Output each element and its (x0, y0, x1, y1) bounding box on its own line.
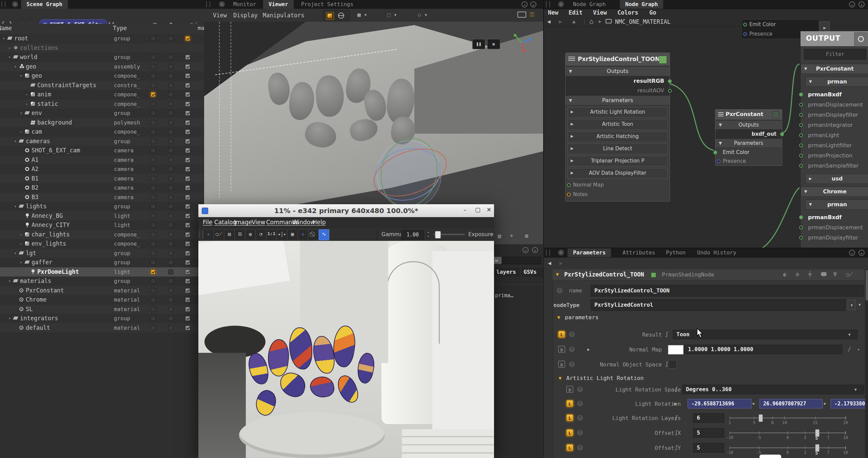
panel-grip[interactable] (546, 250, 550, 256)
port-dot[interactable] (799, 133, 803, 137)
port-dot[interactable] (799, 113, 803, 117)
param-value-field[interactable]: Degrees 0..360 (682, 385, 864, 394)
visibility-checkbox[interactable] (168, 176, 173, 181)
param-value-field[interactable]: 5 (693, 428, 724, 438)
expression-hook-icon[interactable]: ʃ (675, 415, 678, 421)
scrollbar-thumb[interactable] (866, 270, 868, 301)
default-value-badge[interactable]: D (566, 386, 573, 393)
port-dot[interactable] (743, 32, 747, 36)
visibility-checkbox[interactable] (185, 92, 190, 97)
minimize-button[interactable]: – (463, 206, 467, 213)
visibility-checkbox[interactable] (168, 195, 173, 200)
parameters-group-label[interactable]: parameters (565, 314, 598, 321)
one-to-one-icon[interactable]: 1:1 (266, 229, 277, 240)
output-header[interactable]: OUTPUT (801, 31, 868, 46)
globe-cursor-icon[interactable]: ◍ (245, 229, 256, 240)
visibility-checkbox[interactable] (151, 325, 156, 330)
home-icon[interactable]: ⌂ (589, 17, 593, 25)
tree-row[interactable]: ▾envgroup (0, 109, 204, 118)
close-icon[interactable]: ✕ (530, 1, 536, 7)
visibility-checkbox[interactable] (151, 269, 156, 274)
port-normal-map[interactable]: Normal Map (566, 180, 670, 190)
slider-handle[interactable] (758, 414, 763, 422)
port-presence[interactable]: Presence (715, 157, 782, 166)
visibility-checkbox[interactable] (168, 241, 173, 246)
menu-image[interactable]: Image (234, 219, 252, 226)
visibility-checkbox[interactable] (168, 92, 173, 97)
view-flag-badge[interactable] (651, 272, 656, 278)
rendered-image[interactable] (198, 241, 494, 458)
tree-row[interactable]: ▾worldgroup (0, 53, 204, 62)
visibility-checkbox[interactable] (185, 297, 190, 302)
tab-monitor[interactable]: Monitor (228, 0, 261, 9)
comment-icon[interactable] (821, 272, 827, 276)
back-icon[interactable]: ◀ (548, 260, 551, 266)
key-icon[interactable]: ⚿ (530, 11, 534, 18)
visibility-checkbox[interactable] (151, 55, 156, 60)
menu-display[interactable]: Display (233, 12, 258, 19)
material-port-prmanprojection[interactable]: prmanProjection (801, 151, 868, 161)
back-icon[interactable]: ◀ (547, 18, 551, 25)
visibility-checkbox[interactable] (185, 316, 190, 321)
visibility-checkbox[interactable] (151, 73, 156, 78)
section-line-detect[interactable]: ▶Line Detect (568, 144, 668, 154)
port-dot[interactable] (668, 89, 672, 93)
visibility-checkbox[interactable] (185, 73, 190, 78)
tree-row[interactable]: ▾gaffergroup (0, 258, 204, 267)
collapse-icon[interactable]: ▾ (14, 62, 17, 72)
tree-row[interactable]: SLmaterial (0, 305, 204, 314)
node-header[interactable]: PxrStylizedControl_TOON (566, 53, 670, 66)
scrollbar[interactable] (865, 269, 868, 458)
chevron-down-icon[interactable]: ▼ (859, 303, 861, 307)
collapse-icon[interactable]: ▾ (8, 314, 11, 323)
material-port-prmanbxdf[interactable]: prmanBxdf (801, 90, 868, 100)
collapse-icon[interactable]: ▾ (20, 258, 22, 267)
section-artistic-toon[interactable]: ▶Artistic Toon (568, 119, 668, 130)
move-icon[interactable]: ✛ (510, 232, 513, 238)
section-triplanar-projection-p[interactable]: ▶Triplanar Projection P (568, 156, 668, 167)
param-row-artistic-light-rotation[interactable]: ▼Artistic Light Rotation (553, 373, 868, 385)
chevron-down-icon[interactable]: ▾ (857, 347, 860, 352)
image-icon[interactable]: ▣ (287, 229, 298, 240)
axis-gizmo[interactable] (511, 31, 533, 53)
visibility-checkbox[interactable] (185, 101, 190, 107)
port-dot[interactable] (799, 154, 803, 157)
name-field[interactable]: PxrStylizedControl_TOON (591, 285, 864, 297)
vector-value-1[interactable]: 26.96097807927 (760, 399, 823, 408)
visibility-checkbox[interactable] (185, 232, 190, 237)
material-port-prmanintegrator[interactable]: prmanIntegrator (801, 120, 868, 130)
column-type[interactable]: Type (113, 25, 127, 32)
port-dot[interactable] (799, 144, 803, 147)
port-emit-color[interactable]: Emit Color (715, 148, 782, 157)
visibility-checkbox[interactable] (151, 120, 156, 125)
port-dot[interactable] (567, 183, 571, 187)
rotate-manipulator[interactable] (374, 134, 445, 215)
tree-row[interactable]: ▸animcompone_ (0, 90, 204, 99)
menu-new[interactable]: New (548, 9, 558, 16)
stop-button[interactable]: ◼ (487, 39, 500, 49)
section-artistic-light-rotation[interactable]: ▶Artistic Light Rotation (568, 107, 668, 118)
tree-row[interactable]: A2camera (0, 165, 204, 174)
float-icon[interactable]: ▫ (849, 1, 855, 7)
tree-row[interactable]: ▸char_lightscompone_ (0, 230, 204, 240)
visibility-checkbox[interactable] (185, 167, 190, 172)
port-dot[interactable] (799, 226, 803, 229)
half-circle-icon[interactable]: ◐ (783, 271, 787, 278)
visibility-checkbox[interactable] (151, 260, 156, 265)
float-icon[interactable]: ▫ (521, 1, 528, 7)
port-dot[interactable] (799, 93, 803, 96)
visibility-checkbox[interactable] (168, 185, 173, 190)
local-value-badge[interactable]: L (558, 331, 565, 338)
param-row-light-rotation-space[interactable]: D?Light Rotation SpaceʃDegrees 0..360▼ (553, 384, 868, 396)
tree-row[interactable]: PxrDomeLightlight (0, 267, 204, 277)
clapperboard-icon[interactable]: ▤ (224, 229, 235, 240)
material-subgroup-prman[interactable]: ▼prman (805, 199, 868, 210)
search-icon[interactable]: ○⟋ (846, 271, 853, 278)
visibility-checkbox[interactable] (168, 55, 173, 60)
visibility-checkbox[interactable] (151, 213, 156, 218)
collapse-icon[interactable]: ▾ (8, 276, 11, 286)
close-button[interactable]: ✕ (487, 206, 491, 213)
material-port-prmandisplacement[interactable]: prmanDisplacement (801, 223, 868, 233)
tree-row[interactable]: Annecy_BGlight (0, 211, 204, 221)
split-view-icon[interactable]: ◂|▸ (277, 229, 287, 240)
